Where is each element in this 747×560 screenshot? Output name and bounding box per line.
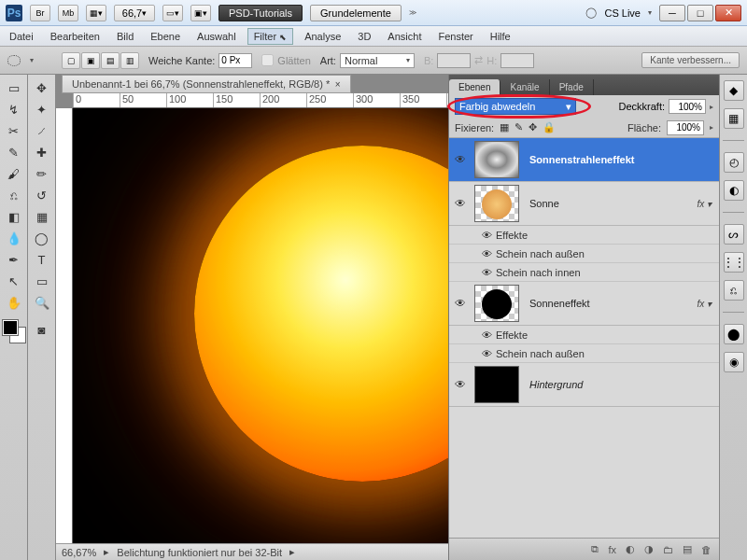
visibility-icon[interactable]: 👁 xyxy=(449,378,472,391)
menu-ansicht[interactable]: Ansicht xyxy=(388,31,421,42)
lasso-tool[interactable]: ↯ xyxy=(4,100,24,119)
effect-outer-glow[interactable]: 👁Schein nach außen xyxy=(449,344,719,363)
feather-input[interactable] xyxy=(218,53,252,68)
fx-badge[interactable]: fx ▾ xyxy=(697,199,719,209)
effect-outer-glow[interactable]: 👁Schein nach außen xyxy=(449,245,719,263)
minibridge-button[interactable]: Mb xyxy=(58,5,78,21)
layer-row[interactable]: 👁 Sonne fx ▾ xyxy=(449,182,719,226)
eyedropper-tool[interactable]: ✎ xyxy=(4,143,24,161)
dock-adjust-icon[interactable]: ◴ xyxy=(724,152,744,173)
slice-tool[interactable]: ⟋ xyxy=(32,121,52,140)
layer-thumb[interactable] xyxy=(474,141,519,178)
dock-color-icon[interactable]: ◆ xyxy=(724,80,744,101)
zoom-level[interactable]: 66,7 ▾ xyxy=(114,5,155,21)
dock-masks-icon[interactable]: ◐ xyxy=(724,180,744,201)
menu-analyse[interactable]: Analyse xyxy=(304,31,341,42)
shape-tool[interactable]: ▭ xyxy=(32,272,52,290)
menu-bearbeiten[interactable]: Bearbeiten xyxy=(50,31,100,42)
sel-add-icon[interactable]: ▣ xyxy=(81,52,100,69)
bridge-button[interactable]: Br xyxy=(30,5,50,21)
quickmask-tool[interactable]: ◙ xyxy=(32,320,52,339)
tab-pfade[interactable]: Pfade xyxy=(550,79,594,95)
minimize-button[interactable]: ─ xyxy=(659,5,685,21)
path-tool[interactable]: ↖ xyxy=(4,272,24,290)
opacity-input[interactable] xyxy=(669,99,706,114)
menu-bild[interactable]: Bild xyxy=(117,31,134,42)
visibility-icon[interactable]: 👁 xyxy=(449,153,472,166)
screen-mode-button[interactable]: ▣▾ xyxy=(190,5,211,21)
lock-pos-icon[interactable]: ✥ xyxy=(529,121,537,133)
history-brush-tool[interactable]: ↺ xyxy=(32,186,52,204)
menu-hilfe[interactable]: Hilfe xyxy=(490,31,511,42)
dock-brush-icon[interactable]: ᔕ xyxy=(724,224,744,245)
fx-badge[interactable]: fx ▾ xyxy=(697,299,719,309)
type-tool[interactable]: T xyxy=(32,250,52,269)
maximize-button[interactable]: □ xyxy=(687,5,713,21)
lock-paint-icon[interactable]: ✎ xyxy=(514,121,523,133)
gradient-tool[interactable]: ▦ xyxy=(32,207,52,226)
workspace-tab-grund[interactable]: Grundelemente xyxy=(310,5,402,21)
hand-tool[interactable]: ✋ xyxy=(4,293,24,312)
effects-row[interactable]: 👁Effekte xyxy=(449,226,719,245)
adjust-icon[interactable]: ◑ xyxy=(644,543,654,555)
workspace-tab-psd[interactable]: PSD-Tutorials xyxy=(218,5,303,21)
effects-row[interactable]: 👁Effekte xyxy=(449,326,719,344)
fill-input[interactable] xyxy=(667,120,704,135)
visibility-icon[interactable]: 👁 xyxy=(449,197,472,210)
menu-datei[interactable]: Datei xyxy=(9,31,34,42)
wand-tool[interactable]: ✦ xyxy=(32,100,52,119)
layer-row[interactable]: 👁 Hintergrund xyxy=(449,363,719,407)
blur-tool[interactable]: 💧 xyxy=(4,229,24,247)
effect-inner-glow[interactable]: 👁Schein nach innen xyxy=(449,263,719,282)
link-icon[interactable]: ⧉ xyxy=(591,543,599,555)
canvas[interactable] xyxy=(73,108,448,543)
blend-mode-select[interactable]: Farbig abwedeln▾ xyxy=(455,98,576,115)
lock-all-icon[interactable]: 🔒 xyxy=(543,121,556,133)
dock-clone-icon[interactable]: ⎌ xyxy=(724,280,744,301)
menu-filter[interactable]: Filter ⬉ xyxy=(247,28,294,45)
more-icon[interactable]: ≫ xyxy=(409,8,416,17)
menu-ebene[interactable]: Ebene xyxy=(150,31,180,42)
close-button[interactable]: ✕ xyxy=(715,5,741,21)
document-tab[interactable]: Unbenannt-1 bei 66,7% (Sonnenstrahleneff… xyxy=(62,75,351,93)
sel-int-icon[interactable]: ▥ xyxy=(120,52,139,69)
view-extras-button[interactable]: ▭▾ xyxy=(162,5,183,21)
color-swatch[interactable] xyxy=(3,320,25,343)
sel-sub-icon[interactable]: ▤ xyxy=(101,52,120,69)
refine-edge-button[interactable]: Kante verbessern... xyxy=(641,52,740,68)
layer-name[interactable]: Sonnenstrahleneffekt xyxy=(522,154,719,165)
dock-styles2-icon[interactable]: ◉ xyxy=(724,352,744,372)
layer-row[interactable]: 👁 Sonneneffekt fx ▾ xyxy=(449,282,719,326)
trash-icon[interactable]: 🗑 xyxy=(701,544,712,555)
crop-tool[interactable]: ✂ xyxy=(4,121,24,140)
sel-new-icon[interactable]: ▢ xyxy=(62,52,80,69)
layer-row[interactable]: 👁 Sonnenstrahleneffekt xyxy=(449,138,719,182)
mask-icon[interactable]: ◐ xyxy=(626,543,635,555)
layer-name[interactable]: Hintergrund xyxy=(522,379,719,390)
stamp-tool[interactable]: ⎌ xyxy=(4,186,24,204)
dock-presets-icon[interactable]: ⋮⋮ xyxy=(724,252,744,273)
layout-button[interactable]: ▦▾ xyxy=(86,5,106,21)
layer-thumb[interactable] xyxy=(474,366,519,403)
menu-auswahl[interactable]: Auswahl xyxy=(197,31,236,42)
layer-name[interactable]: Sonneneffekt xyxy=(522,298,697,309)
pen-tool[interactable]: ✒ xyxy=(4,250,24,269)
cslive-label[interactable]: CS Live xyxy=(604,7,641,19)
fx-icon[interactable]: fx xyxy=(608,544,616,555)
layer-thumb[interactable] xyxy=(474,285,519,322)
layer-name[interactable]: Sonne xyxy=(522,198,697,209)
eraser-tool[interactable]: ◧ xyxy=(4,207,24,226)
pencil-tool[interactable]: ✏ xyxy=(32,164,52,183)
visibility-icon[interactable]: 👁 xyxy=(449,297,472,310)
new-layer-icon[interactable]: ▤ xyxy=(683,543,692,555)
marquee-icon[interactable] xyxy=(7,55,21,66)
tab-kanaele[interactable]: Kanäle xyxy=(500,79,549,95)
lock-trans-icon[interactable]: ▦ xyxy=(500,121,509,133)
status-zoom[interactable]: 66,67% xyxy=(62,547,96,558)
layer-thumb[interactable] xyxy=(474,185,519,222)
heal-tool[interactable]: ✚ xyxy=(32,143,52,161)
brush-tool[interactable]: 🖌 xyxy=(4,164,24,183)
tab-ebenen[interactable]: Ebenen xyxy=(449,79,500,95)
menu-fenster[interactable]: Fenster xyxy=(438,31,472,42)
dock-swatches-icon[interactable]: ▦ xyxy=(724,108,744,129)
